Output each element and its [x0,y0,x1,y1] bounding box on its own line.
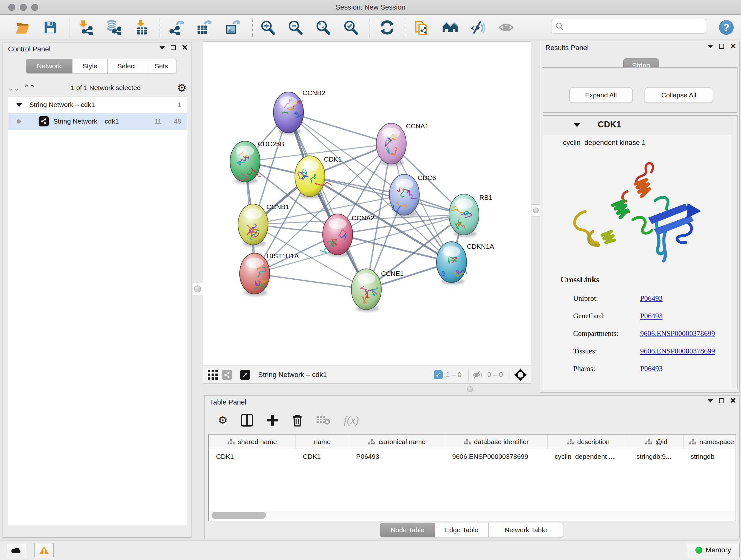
network-view-icon[interactable] [222,370,232,380]
panel-menu-icon[interactable] [708,45,713,48]
add-column-icon[interactable] [266,414,279,426]
table-options-gear-icon[interactable]: ⚙ [218,414,227,427]
apply-layout-icon[interactable] [379,19,395,36]
float-panel-icon[interactable] [719,44,724,49]
table-cell[interactable]: CDK1 [209,449,296,464]
search-input[interactable] [563,23,701,30]
panel-menu-icon[interactable] [159,46,165,50]
show-grid-icon[interactable] [498,19,515,36]
bottom-splitter-handle[interactable] [467,386,473,392]
clear-table-icon[interactable] [316,415,330,426]
table-cell[interactable]: P06493 [349,449,445,464]
table-row[interactable]: CDK1CDK1P064939606.ENSP00000378699cyclin… [209,449,736,464]
hide-panels-icon[interactable] [470,19,487,36]
memory-button[interactable]: Memory [687,543,740,557]
open-session-icon[interactable] [14,19,30,36]
zoom-fit-content-icon[interactable] [315,19,332,36]
network-node-ccna1[interactable]: CCNA1 [376,122,428,166]
table-cell[interactable]: stringdb [684,449,736,464]
scrollbar-thumb[interactable] [212,512,266,519]
export-table-icon[interactable] [196,19,212,36]
save-session-icon[interactable] [42,19,59,36]
network-row[interactable]: String Network – cdk1 11 48 [8,113,187,130]
network-edge[interactable] [288,112,391,144]
show-all-panels-icon[interactable] [442,19,459,36]
right-splitter-handle[interactable] [532,204,540,216]
crosslink-link[interactable]: 9606.ENSP00000378699 [640,329,715,338]
help-icon[interactable]: ? [718,19,735,36]
column-header-namespace[interactable]: namespace [684,435,736,449]
table-cell[interactable]: CDK1 [296,449,349,464]
expand-all-icon[interactable]: ⌃⌃ [23,84,35,91]
column-header-name[interactable]: name [296,435,349,449]
minimize-window-button[interactable] [20,4,27,11]
clone-network-icon[interactable] [414,19,430,36]
crosslink-link[interactable]: P06493 [640,312,663,320]
crosslink-link[interactable]: P06493 [640,294,663,303]
table-cell[interactable]: 9606.ENSP00000378699 [445,449,548,464]
import-table-from-file-icon[interactable] [134,19,151,36]
cloud-button[interactable] [7,543,26,557]
table-cell[interactable]: stringdb:9... [629,449,684,464]
panel-menu-icon[interactable] [708,399,713,402]
tab-select[interactable]: Select [108,59,146,73]
close-panel-icon[interactable]: ✕ [730,44,736,49]
left-splitter-handle[interactable] [192,283,203,295]
column-header-description[interactable]: description [548,435,629,449]
network-graph[interactable]: CCNB2CCNA1CDC25BCDK1CDC6RB1CCNB1CCNA2CDK… [203,42,531,366]
import-network-from-file-icon[interactable] [78,19,95,36]
column-header-databaseidentifier[interactable]: database identifier [445,435,548,449]
fit-selection-crosshair-icon[interactable] [514,368,527,381]
import-network-from-database-icon[interactable] [105,19,122,36]
show-columns-icon[interactable] [241,414,253,427]
close-panel-icon[interactable]: ✕ [730,398,736,403]
network-node-cdkn1a[interactable]: CDKN1A [436,242,494,285]
zoom-out-icon[interactable] [287,19,304,36]
export-image-icon[interactable] [224,19,241,36]
network-options-gear-icon[interactable]: ⚙ [177,81,187,94]
table-cell[interactable]: cyclin–dependent ... [548,449,629,464]
disclosure-triangle-icon[interactable] [16,103,22,107]
hidden-eye-icon[interactable] [473,371,484,379]
search-field[interactable] [551,19,706,34]
column-header-id[interactable]: @id [629,435,684,449]
network-collection-row[interactable]: String Network – cdk1 1 [8,97,187,113]
close-window-button[interactable] [8,4,15,11]
network-node-hist1h1a[interactable]: HIST1H1A [240,252,299,296]
network-canvas[interactable]: CCNB2CCNA1CDC25BCDK1CDC6RB1CCNB1CCNA2CDK… [203,42,531,366]
network-node-cdc6[interactable]: CDC6 [389,174,436,217]
zoom-in-icon[interactable] [260,19,276,36]
tab-edge-table[interactable]: Edge Table [435,523,488,537]
float-panel-icon[interactable] [719,398,724,403]
disclosure-triangle-icon[interactable] [574,123,581,127]
network-node-rb1[interactable]: RB1 [449,194,492,237]
zoom-selected-icon[interactable] [343,19,359,36]
collapse-all-button[interactable]: Collapse All [645,87,713,103]
birdseye-view-icon[interactable]: ↗ [240,370,250,380]
network-node-ccne1[interactable]: CCNE1 [351,269,404,312]
expand-all-button[interactable]: Expand All [569,87,632,103]
column-header-sharedname[interactable]: shared name [209,435,296,449]
crosslink-link[interactable]: 9606.ENSP00000378699 [640,347,715,355]
tab-network-table[interactable]: Network Table [488,523,563,537]
collapse-all-icon[interactable]: ⌄⌄ [7,84,19,91]
close-panel-icon[interactable]: ✕ [182,45,188,50]
network-edge[interactable] [255,273,366,289]
tab-style[interactable]: Style [72,59,108,73]
float-panel-icon[interactable] [171,45,176,50]
grid-view-icon[interactable] [208,370,218,380]
table-horizontal-scrollbar[interactable] [210,511,735,519]
function-builder-icon[interactable]: f(x) [344,414,359,426]
results-scrollbar[interactable] [732,116,737,388]
selected-checkbox-icon[interactable]: ✓ [434,370,443,379]
warnings-button[interactable] [35,543,54,557]
delete-column-icon[interactable] [292,414,303,427]
column-header-canonicalname[interactable]: canonical name [349,435,445,449]
tab-node-table[interactable]: Node Table [380,523,435,537]
zoom-window-button[interactable] [31,4,38,11]
network-node-ccnb2[interactable]: CCNB2 [273,89,325,135]
gene-card-header[interactable]: CDK1 [543,116,732,134]
network-node-cdc25b[interactable]: CDC25B [230,140,284,184]
network-edge[interactable] [288,112,366,289]
tab-sets[interactable]: Sets [146,59,177,73]
